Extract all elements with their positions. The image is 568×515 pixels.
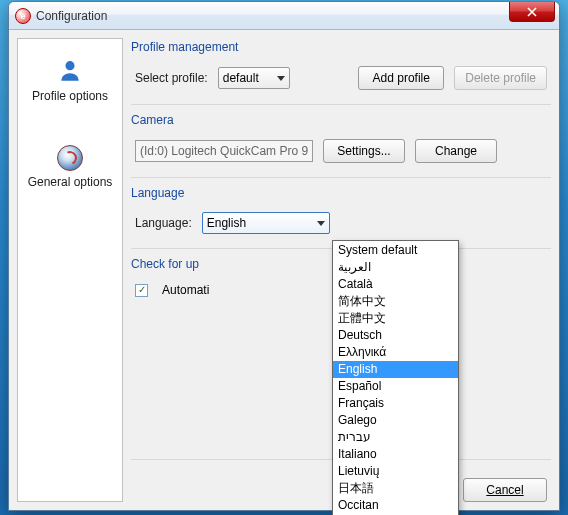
language-option[interactable]: Italiano [333, 446, 458, 463]
language-option[interactable]: Español [333, 378, 458, 395]
sidebar-item-general-options[interactable]: General options [18, 141, 122, 199]
auto-update-checkbox[interactable] [135, 284, 148, 297]
sidebar-item-label: Profile options [18, 89, 122, 103]
language-option[interactable]: Ελληνικά [333, 344, 458, 361]
camera-device-field: (Id:0) Logitech QuickCam Pro 9 [135, 140, 313, 162]
content-area: Profile options General options Profile … [9, 30, 559, 510]
group-title-camera: Camera [131, 113, 551, 127]
language-label: Language: [135, 216, 192, 230]
camera-change-button[interactable]: Change [415, 139, 497, 163]
group-title-profile: Profile management [131, 40, 551, 54]
language-option[interactable]: System default [333, 242, 458, 259]
cancel-button[interactable]: Cancel [463, 478, 547, 502]
sidebar: Profile options General options [17, 38, 123, 502]
language-option[interactable]: Français [333, 395, 458, 412]
language-select-value: English [207, 216, 246, 230]
language-option[interactable]: 日本語 [333, 480, 458, 497]
language-option[interactable]: Deutsch [333, 327, 458, 344]
svg-point-0 [65, 61, 74, 70]
language-option[interactable]: עברית [333, 429, 458, 446]
config-window: e Configuration Profile options General … [8, 1, 560, 511]
titlebar[interactable]: e Configuration [9, 2, 559, 30]
main-panel: Profile management Select profile: defau… [131, 38, 551, 502]
group-title-language: Language [131, 186, 551, 200]
camera-device-value: (Id:0) Logitech QuickCam Pro 9 [140, 144, 308, 158]
language-option[interactable]: Occitan [333, 497, 458, 514]
window-title: Configuration [36, 9, 107, 23]
close-icon [527, 7, 537, 17]
add-profile-button[interactable]: Add profile [358, 66, 444, 90]
app-icon: e [15, 8, 31, 24]
profile-select-value: default [223, 71, 259, 85]
select-profile-label: Select profile: [135, 71, 208, 85]
sidebar-item-label: General options [18, 175, 122, 189]
chevron-down-icon [317, 221, 325, 226]
language-option[interactable]: Lietuvių [333, 463, 458, 480]
group-camera: Camera (Id:0) Logitech QuickCam Pro 9 Se… [131, 111, 551, 178]
auto-update-label-prefix: Automati [162, 283, 209, 297]
language-option[interactable]: العربية [333, 259, 458, 276]
delete-profile-button: Delete profile [454, 66, 547, 90]
close-button[interactable] [509, 2, 555, 22]
sidebar-item-profile-options[interactable]: Profile options [18, 53, 122, 113]
language-option[interactable]: 正體中文 [333, 310, 458, 327]
camera-settings-button[interactable]: Settings... [323, 139, 405, 163]
group-profile: Profile management Select profile: defau… [131, 38, 551, 105]
chevron-down-icon [277, 76, 285, 81]
gear-icon [57, 145, 83, 171]
language-select[interactable]: English [202, 212, 330, 234]
language-option[interactable]: English [333, 361, 458, 378]
language-option[interactable]: Galego [333, 412, 458, 429]
language-option[interactable]: Català [333, 276, 458, 293]
language-dropdown[interactable]: System defaultالعربيةCatalà简体中文正體中文Deuts… [332, 240, 459, 515]
language-option[interactable]: 简体中文 [333, 293, 458, 310]
person-icon [56, 57, 84, 85]
profile-select[interactable]: default [218, 67, 290, 89]
